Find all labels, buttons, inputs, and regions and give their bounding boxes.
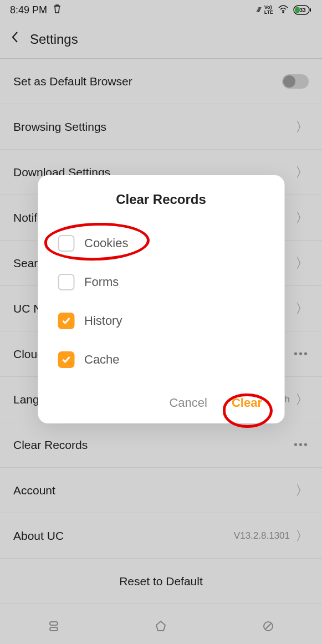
checkbox-cache[interactable] — [58, 351, 74, 368]
dialog-title: Clear Records — [38, 192, 284, 207]
check-label: Cookies — [84, 236, 128, 251]
clear-button[interactable]: Clear — [232, 396, 262, 410]
checkbox-history[interactable] — [58, 313, 74, 329]
check-row-history[interactable]: History — [38, 301, 284, 340]
check-label: Forms — [84, 275, 119, 289]
cancel-button[interactable]: Cancel — [169, 396, 207, 410]
check-label: Cache — [84, 352, 120, 367]
clear-records-dialog: Clear Records Cookies Forms History Cach… — [38, 175, 284, 423]
check-row-cookies[interactable]: Cookies — [38, 224, 284, 263]
checkbox-forms[interactable] — [58, 274, 74, 290]
check-row-forms[interactable]: Forms — [38, 263, 284, 301]
check-label: History — [84, 314, 122, 328]
check-row-cache[interactable]: Cache — [38, 340, 284, 379]
checkbox-cookies[interactable] — [58, 235, 74, 252]
